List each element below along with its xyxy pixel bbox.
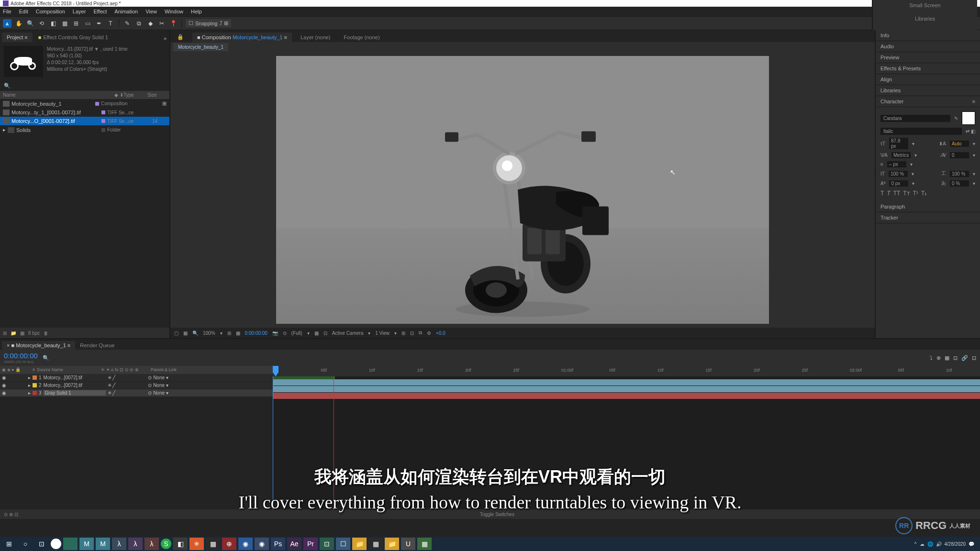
menu-layer[interactable]: Layer [73, 9, 86, 14]
app-icon-8[interactable]: ◧ [173, 538, 188, 550]
tracking-input[interactable]: 0 [950, 152, 969, 158]
app-icon-9[interactable]: ✳ [189, 538, 204, 550]
pan-behind-tool[interactable]: ⊞ [72, 19, 80, 28]
viewport[interactable]: ↖ [170, 52, 875, 328]
comp-breadcrumb[interactable]: Motorcycle_beauty_1 [173, 43, 228, 51]
layer-row-2[interactable]: ◉▸ 2 Motorcy...[0072].tif ✳ ╱ ⊙ None ▾ [0, 382, 273, 389]
faux-italic[interactable]: T [887, 190, 890, 197]
app-icon-13[interactable]: ◉ [255, 538, 269, 550]
snapping-toggle[interactable]: ☐ Snapping ⤴ ⊞ [186, 19, 231, 27]
bpc-button[interactable]: 8 bpc [28, 331, 40, 336]
orbit-tool[interactable]: ⟲ [37, 19, 46, 28]
channel-icon[interactable]: ▦ [183, 331, 188, 336]
toggle-switches[interactable]: Toggle Switches [480, 512, 514, 517]
cortana-icon[interactable]: ○ [18, 538, 33, 550]
taskview-icon[interactable]: ⊡ [34, 538, 49, 550]
tl-icon-1[interactable]: ⤵ [930, 355, 933, 361]
kerning-select[interactable]: Metrics [891, 152, 911, 158]
shape-tool[interactable]: ▭ [83, 19, 92, 28]
timecode[interactable]: 0:00:00:00 [245, 331, 267, 336]
brush-tool[interactable]: ✎ [123, 19, 132, 28]
tray-cloud-icon[interactable]: ☁ [920, 541, 924, 547]
interpret-icon[interactable]: ⊞ [3, 331, 7, 336]
selection-tool[interactable]: ▲ [3, 19, 11, 28]
menu-animation[interactable]: Animation [114, 9, 138, 14]
align-panel[interactable]: Align [876, 74, 980, 85]
new-comp-icon[interactable]: ▦ [20, 331, 24, 336]
faux-bold[interactable]: T [880, 190, 884, 197]
footage-tab[interactable]: Footage (none) [339, 33, 384, 42]
all-caps[interactable]: TT [893, 190, 901, 197]
subscript[interactable]: T₁ [921, 190, 927, 197]
tl-icon-6[interactable]: ⊡ [972, 355, 976, 361]
app-icon-19[interactable]: ▦ [417, 538, 432, 550]
tsume-input[interactable]: 0 % [950, 180, 969, 187]
zoom-tool[interactable]: 🔍 [26, 19, 34, 28]
menu-file[interactable]: File [3, 9, 11, 14]
region-icon[interactable]: ⊙ [283, 331, 287, 336]
exposure[interactable]: +0.0 [436, 331, 445, 336]
camera-tool[interactable]: ▦ [60, 19, 69, 28]
leading-input[interactable]: Auto [950, 141, 969, 147]
roto-tool[interactable]: ✂ [157, 19, 166, 28]
project-item-solids[interactable]: ▸SolidsFolder [0, 125, 169, 134]
current-time[interactable]: 0:00:00:00 [4, 352, 38, 360]
flowchart-icon[interactable]: ⚙ [427, 331, 431, 336]
new-folder-icon[interactable]: 📁 [11, 331, 16, 336]
alpha-icon[interactable]: ▢ [174, 331, 178, 336]
tray-net-icon[interactable]: 🌐 [927, 541, 933, 547]
small-caps[interactable]: Tᴛ [903, 190, 910, 197]
explorer-icon[interactable]: 📁 [352, 538, 367, 550]
camera-select[interactable]: Active Camera [332, 331, 364, 336]
project-item-comp[interactable]: Motorcycle_beauty_1Composition⊞ [0, 99, 169, 108]
trash-icon[interactable]: 🗑 [44, 331, 48, 336]
tl-icon-3[interactable]: ▦ [945, 355, 949, 361]
tl-icon-5[interactable]: 🔗 [961, 355, 968, 361]
fast-preview-icon[interactable]: ⊡ [410, 331, 414, 336]
composition-tab[interactable]: ■ Composition Motorcycle_beauty_1 ≡ [192, 33, 292, 42]
system-tray[interactable]: ^ ☁ 🌐 🔊 4/28/2020 💬 [914, 541, 978, 547]
timeline-tab-render[interactable]: Render Queue [75, 341, 119, 350]
comp-lock-icon[interactable]: 🔒 [172, 32, 189, 42]
app-icon-4[interactable]: λ [112, 538, 126, 550]
superscript[interactable]: T¹ [913, 190, 918, 197]
tray-vol-icon[interactable]: 🔊 [936, 541, 942, 547]
chrome-icon[interactable] [51, 539, 61, 549]
ps-icon[interactable]: Ps [271, 538, 285, 550]
layer-tab[interactable]: Layer (none) [296, 33, 335, 42]
app-icon-18[interactable]: U [401, 538, 415, 550]
font-family-select[interactable]: Candara [880, 115, 950, 122]
rotate-tool[interactable]: ◧ [49, 19, 57, 28]
app-icon-2[interactable]: M [79, 538, 94, 550]
res-icon[interactable]: ⊞ [227, 331, 231, 336]
layer-row-1[interactable]: ◉▸ 1 Motorcy...[0072].tif ✳ ╱ ⊙ None ▾ [0, 374, 273, 381]
timeline-icon[interactable]: ⧉ [419, 330, 422, 336]
menu-help[interactable]: Help [191, 9, 202, 14]
text-tool[interactable]: T [106, 19, 115, 28]
menu-composition[interactable]: Composition [36, 9, 65, 14]
snapshot-icon[interactable]: 📷 [272, 331, 278, 336]
preview-panel[interactable]: Preview [876, 52, 980, 63]
app-icon-1[interactable] [63, 538, 78, 550]
fill-swatch[interactable] [962, 111, 975, 125]
timeline-search-icon[interactable]: 🔍 [43, 355, 49, 361]
audio-panel[interactable]: Audio [876, 41, 980, 52]
3d-icon[interactable]: ⊡ [323, 331, 327, 336]
layer-bar-3[interactable] [273, 393, 980, 399]
hscale-input[interactable]: 100 % [950, 171, 969, 177]
baseline-input[interactable]: 0 px [889, 180, 908, 187]
pixel-icon[interactable]: ⊞ [401, 331, 405, 336]
tray-date[interactable]: 4/28/2020 [945, 541, 966, 547]
tl-icon-4[interactable]: ⊡ [953, 355, 958, 361]
app-icon-12[interactable]: ◉ [238, 538, 253, 550]
project-item-tiff2[interactable]: Motorcy...O_[0001-0072].tifTIFF Se...ce1… [0, 117, 169, 125]
workspace-libraries[interactable]: Libraries [912, 15, 938, 22]
menu-effect[interactable]: Effect [93, 9, 107, 14]
app-icon-7[interactable]: S [161, 539, 171, 549]
paragraph-panel[interactable]: Paragraph [876, 201, 980, 212]
layer-bar-1[interactable] [273, 379, 980, 386]
layer-row-3[interactable]: ◉▸ 3 Gray Solid 1 ✳ ╱ ⊙ None ▾ [0, 389, 273, 397]
grid-icon[interactable]: ▦ [236, 331, 240, 336]
clone-tool[interactable]: ⧉ [134, 19, 143, 28]
character-panel-header[interactable]: Character≡ [876, 96, 980, 107]
